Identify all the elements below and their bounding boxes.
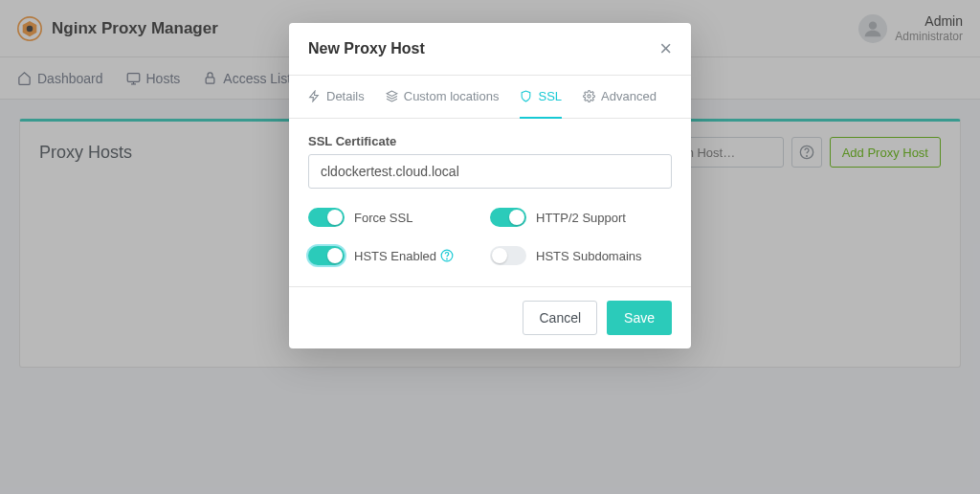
force-ssl-switch[interactable] [308,208,345,227]
hsts-subdomains-switch[interactable] [490,246,526,265]
ssl-cert-label: SSL Certificate [308,134,672,148]
svg-point-8 [588,95,590,98]
toggle-hsts: HSTS Enabled [308,246,490,265]
modal-body: SSL Certificate Force SSL HTTP/2 Support… [289,119,691,286]
cancel-button[interactable]: Cancel [523,301,597,335]
toggle-force-ssl: Force SSL [308,208,490,227]
zap-icon [308,90,321,102]
ssl-cert-select[interactable] [308,154,672,189]
modal-title: New Proxy Host [308,40,425,57]
tab-details[interactable]: Details [308,76,365,119]
shield-icon [520,90,532,102]
save-button[interactable]: Save [607,301,672,335]
modal-footer: Cancel Save [289,286,691,348]
tab-label: Custom locations [404,89,500,103]
tab-ssl[interactable]: SSL [520,76,562,119]
http2-switch[interactable] [490,208,526,227]
force-ssl-label: Force SSL [354,211,412,225]
new-proxy-host-modal: New Proxy Host × Details Custom location… [289,23,691,348]
modal-header: New Proxy Host × [289,23,691,76]
toggle-http2: HTTP/2 Support [490,208,672,227]
help-circle-icon[interactable] [440,249,454,262]
hsts-label-text: HSTS Enabled [354,249,436,263]
settings-icon [583,90,595,102]
close-icon[interactable]: × [659,38,672,59]
hsts-switch[interactable] [308,246,345,265]
modal-tablist: Details Custom locations SSL Advanced [289,76,691,119]
toggle-hsts-subdomains: HSTS Subdomains [490,246,672,265]
svg-point-10 [447,258,448,259]
hsts-subdomains-label: HSTS Subdomains [536,249,642,263]
tab-label: Details [326,89,365,103]
tab-custom-locations[interactable]: Custom locations [386,76,500,119]
tab-advanced[interactable]: Advanced [583,76,657,119]
layers-icon [386,90,398,102]
http2-label: HTTP/2 Support [536,211,626,225]
tab-label: SSL [538,89,562,103]
hsts-label: HSTS Enabled [354,249,454,263]
tab-label: Advanced [601,89,657,103]
modal-overlay: New Proxy Host × Details Custom location… [0,0,980,494]
toggle-grid: Force SSL HTTP/2 Support HSTS Enabled HS… [308,208,672,265]
